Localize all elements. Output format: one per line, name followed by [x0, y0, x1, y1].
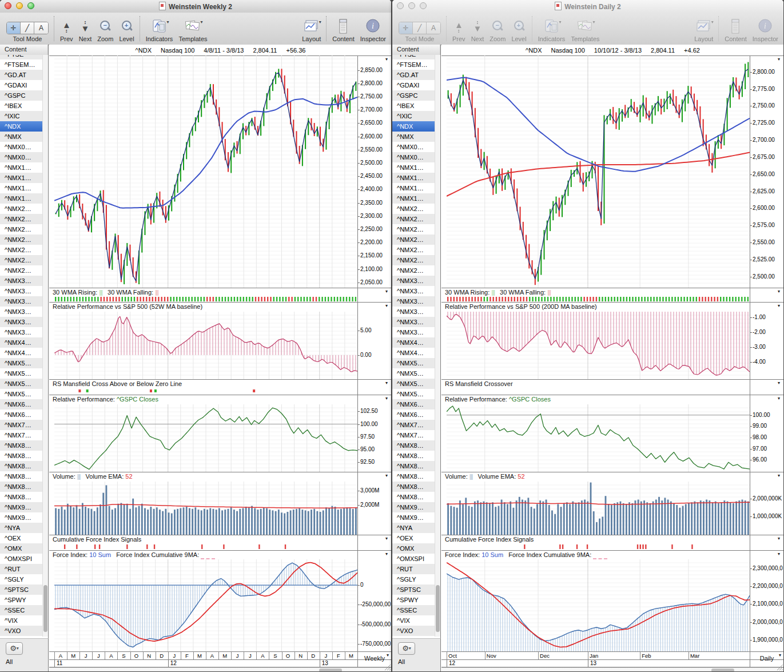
sidebar-item[interactable]: ^NMX0… — [0, 142, 48, 152]
sidebar-item[interactable]: ^NMX2… — [392, 265, 440, 276]
sidebar-scrollbar-thumb[interactable] — [436, 585, 440, 632]
sidebar-scrollbar-thumb[interactable] — [43, 585, 47, 632]
sidebar-item[interactable]: ^NMX7… — [392, 430, 440, 440]
zoom-out-button[interactable]: − Zoom — [94, 15, 116, 42]
sidebar-item[interactable]: ^NMX7… — [392, 420, 440, 430]
sidebar-item[interactable]: ^GD.AT — [0, 70, 48, 80]
sidebar-item[interactable]: ^RUT — [392, 564, 440, 574]
sidebar-item[interactable]: ^NMX5… — [392, 368, 440, 379]
sidebar-item[interactable]: ^NMX2… — [0, 255, 48, 265]
sidebar-item[interactable]: ^GSPC — [0, 90, 48, 101]
sidebar-item[interactable]: ^GSPC — [392, 90, 440, 101]
sidebar-item[interactable]: ^NMX8… — [392, 440, 440, 451]
sidebar-item[interactable]: ^NMX8… — [0, 482, 48, 492]
sidebar-item[interactable]: ^IBEX — [392, 101, 440, 111]
tool-pointer-button[interactable]: ✛ — [399, 22, 413, 34]
sidebar-item[interactable]: ^NMX8… — [392, 482, 440, 492]
sidebar-item[interactable]: ^NMX5… — [392, 358, 440, 368]
pane-options-caret[interactable]: ▾ — [385, 380, 388, 385]
tool-line-button[interactable]: ╱ — [413, 22, 427, 34]
next-button[interactable]: ••▼ Next — [76, 15, 95, 42]
next-button[interactable]: ••▼ Next — [468, 15, 487, 42]
zoom-out-button[interactable]: − Zoom — [487, 15, 508, 42]
sidebar-item[interactable]: ^NMX2… — [0, 265, 48, 276]
sidebar-item[interactable]: ^NMX5… — [392, 379, 440, 389]
content-button[interactable]: Content — [329, 15, 357, 42]
sidebar-item[interactable]: ^SGLY — [392, 574, 440, 584]
sidebar-item[interactable]: ^NMX9… — [0, 512, 48, 523]
pane-options-caret[interactable]: ▾ — [778, 551, 780, 556]
sidebar-item[interactable]: ^RUT — [0, 564, 48, 574]
sidebar-item[interactable]: ^SPTSC — [0, 584, 48, 595]
pane-options-caret[interactable]: ▾ — [778, 473, 780, 478]
sidebar-item[interactable]: ^NMX2… — [0, 234, 48, 245]
sidebar-item[interactable]: ^NMX1… — [0, 162, 48, 173]
horizontal-scrollbar-thumb[interactable] — [711, 669, 734, 671]
inspector-button[interactable]: i Inspector — [357, 15, 389, 42]
period-selector[interactable]: Weekly — [361, 655, 388, 662]
sidebar-item[interactable]: ^SSEC — [392, 605, 440, 615]
sidebar-item[interactable]: ^SSEC — [0, 605, 48, 615]
horizontal-scrollbar[interactable] — [49, 667, 392, 671]
sidebar-scrollbar[interactable] — [42, 55, 48, 637]
sidebar-item[interactable]: ^NMX8… — [392, 492, 440, 502]
sidebar-item[interactable]: ^NMX2… — [0, 204, 48, 214]
period-caret[interactable]: ▾ — [779, 653, 781, 658]
sidebar-item[interactable]: ^IXIC — [0, 111, 48, 121]
sidebar-item[interactable]: ^NMX9… — [392, 502, 440, 512]
pane-options-caret[interactable]: ▾ — [385, 57, 388, 62]
sidebar-item[interactable]: ^NMX — [0, 132, 48, 142]
sidebar-item[interactable]: ^SGLY — [0, 574, 48, 584]
sidebar-item[interactable]: ^GDAXI — [0, 80, 48, 90]
sidebar-item[interactable]: ^NMX2… — [0, 245, 48, 255]
sidebar-item[interactable]: ^NMX3… — [392, 307, 440, 317]
sidebar-item[interactable]: ^GDAXI — [392, 80, 440, 90]
resize-grip[interactable] — [776, 663, 783, 671]
sidebar-item[interactable]: ^FTSE — [0, 55, 48, 59]
pane-options-caret[interactable]: ▾ — [778, 396, 780, 401]
sidebar-item[interactable]: ^NMX5… — [0, 358, 48, 368]
tool-pointer-button[interactable]: ✛ — [7, 22, 21, 34]
sidebar-item[interactable]: ^NMX1… — [0, 183, 48, 193]
pane-options-caret[interactable]: ▾ — [385, 303, 388, 308]
indicators-button[interactable]: ▾ Indicators — [143, 15, 176, 42]
sidebar-item[interactable]: ^SPTSC — [392, 584, 440, 595]
sidebar-item[interactable]: ^NMX2… — [0, 224, 48, 234]
sidebar-item[interactable]: ^NMX1… — [392, 193, 440, 204]
sidebar-item[interactable]: ^OEX — [0, 533, 48, 543]
layout-button[interactable]: ▾ Layout — [691, 15, 716, 42]
sidebar-item[interactable]: ^NMX4… — [392, 337, 440, 348]
sidebar-item[interactable]: ^NMX4… — [0, 337, 48, 348]
sidebar-item[interactable]: ^SPWY — [0, 595, 48, 605]
sidebar-item[interactable]: ^NMX5… — [0, 379, 48, 389]
inspector-button[interactable]: i Inspector — [750, 15, 781, 42]
sidebar-item[interactable]: ^NMX2… — [392, 255, 440, 265]
sidebar-item[interactable]: ^NMX2… — [392, 214, 440, 224]
sidebar-item[interactable]: ^NMX — [392, 132, 440, 142]
sidebar-item[interactable]: ^GD.AT — [392, 70, 440, 80]
sidebar-item[interactable]: ^NMX2… — [392, 204, 440, 214]
period-caret[interactable]: ▾ — [387, 653, 389, 658]
sidebar-item[interactable]: ^NMX4… — [392, 348, 440, 358]
sidebar-item[interactable]: ^NMX1… — [0, 173, 48, 183]
sidebar-item[interactable]: ^NMX1… — [392, 173, 440, 183]
tool-line-button[interactable]: ╱ — [21, 22, 34, 34]
sidebar-item[interactable]: ^NMX2… — [0, 214, 48, 224]
pane-options-caret[interactable]: ▾ — [778, 380, 780, 385]
gear-menu-button[interactable]: ⚙▾ — [6, 642, 23, 655]
pane-options-caret[interactable]: ▾ — [385, 551, 388, 556]
sidebar-item[interactable]: ^NMX9… — [0, 502, 48, 512]
sidebar-item[interactable]: ^FTSE — [392, 55, 440, 59]
templates-button[interactable]: ▾ Templates — [568, 15, 602, 42]
sidebar-scrollbar[interactable] — [435, 55, 440, 637]
templates-button[interactable]: ▾ Templates — [176, 15, 210, 42]
resize-grip[interactable] — [384, 663, 391, 671]
sidebar-item[interactable]: ^NMX7… — [0, 420, 48, 430]
pane-options-caret[interactable]: ▾ — [778, 536, 780, 541]
sidebar-item[interactable]: ^NMX8… — [0, 471, 48, 482]
sidebar-item[interactable]: ^OMXSPI — [392, 554, 440, 564]
sidebar-item[interactable]: ^NMX6… — [392, 409, 440, 420]
sidebar-item[interactable]: ^NMX8… — [0, 451, 48, 461]
sidebar-item[interactable]: ^NMX5… — [0, 368, 48, 379]
sidebar-item[interactable]: ^IBEX — [0, 101, 48, 111]
